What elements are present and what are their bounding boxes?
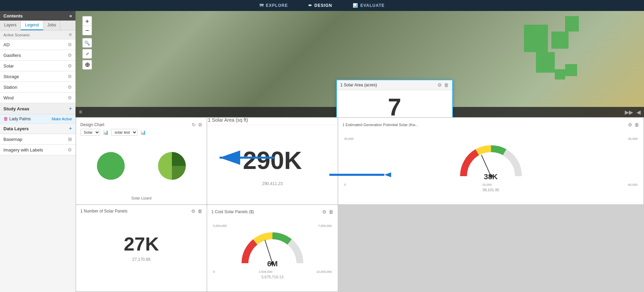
zoom-out-button[interactable]: −	[82, 26, 92, 35]
nav-explore[interactable]: 🗺 EXPLORE	[259, 3, 288, 8]
sidebar-item-wind[interactable]: Wind ⚙	[0, 93, 75, 103]
tab-jobs[interactable]: Jobs	[43, 21, 60, 30]
sidebar-tabs: Layers Legend Jobs	[0, 21, 75, 31]
map-menu-icon[interactable]: ≡	[79, 109, 82, 115]
wind-gear-icon[interactable]: ⚙	[68, 95, 72, 100]
cost-solar-panels-chart: 1 Cost Solar Panels ($) ⚙ 🗑 5,000,000 7,…	[207, 205, 338, 291]
cost-panels-gear[interactable]: ⚙	[322, 209, 327, 215]
ad-gear-icon[interactable]: ⚙	[68, 42, 72, 47]
bar-icon-2[interactable]: 📊	[140, 130, 146, 135]
study-areas-add-icon[interactable]: +	[69, 106, 72, 112]
popup-acres-gear[interactable]: ⚙	[437, 82, 442, 88]
sidebar-item-ad[interactable]: AD ⚙	[0, 39, 75, 50]
active-scenario-section: Active Scenario ⚙	[0, 31, 75, 39]
solar-area-3	[565, 16, 579, 32]
solar-sqft-chart: 1 Solar Area (sq ft) 1 Solar Area (sq ft…	[207, 118, 338, 204]
charts-area: Design Chart ↻ ⚙ Solar 📊 solar test 📊	[75, 117, 644, 292]
map-search-button[interactable]: 🔍	[82, 38, 92, 48]
bar-icon-1[interactable]: 📊	[103, 130, 108, 135]
map-right-icon-2[interactable]: ◀	[636, 109, 641, 115]
map-zoom-controls: + − 🔍 ⤢ ⊕	[82, 16, 92, 70]
collapse-icon[interactable]: «	[69, 13, 72, 19]
est-gen-trash[interactable]: 🗑	[634, 122, 639, 127]
est-gen-gear[interactable]: ⚙	[628, 122, 632, 127]
nav-evaluate[interactable]: 📊 EVALUATE	[353, 3, 385, 8]
design-chart-refresh[interactable]: ↻	[192, 122, 196, 127]
design-chart-card: Design Chart ↻ ⚙ Solar 📊 solar test 📊	[76, 118, 207, 204]
evaluate-icon: 📊	[353, 3, 358, 8]
data-layers-add-icon[interactable]: +	[69, 125, 72, 132]
est-gen-chart: 1 Estimated Generation Potential Solar (…	[338, 118, 643, 204]
sidebar-item-solar[interactable]: Solar ⚙	[0, 61, 75, 71]
popup-sqft-overlay: 1 Solar Area (sq ft) 290K 290,411.23	[207, 118, 338, 204]
solar-select[interactable]: Solar	[80, 129, 100, 136]
basemap-grid-icon[interactable]: ⊞	[68, 136, 72, 142]
solar-area-1	[524, 25, 548, 52]
sidebar-header: Contents «	[0, 11, 75, 21]
solar-area-2	[551, 32, 569, 49]
map-right-icon-1[interactable]: ▶▶	[625, 109, 633, 115]
storage-gear-icon[interactable]: ⚙	[68, 74, 72, 79]
solar-area-5	[565, 64, 577, 76]
popup-acres-trash[interactable]: 🗑	[444, 82, 449, 88]
solar-area-4	[536, 52, 555, 73]
tab-layers[interactable]: Layers	[0, 21, 21, 30]
main-area: Contents « Layers Legend Jobs Active Sce…	[0, 11, 644, 292]
solar-test-select[interactable]: solar test	[111, 129, 138, 136]
num-panels-gear[interactable]: ⚙	[191, 208, 196, 214]
active-scenario-row: 🗑 Lady Palms Make Active	[0, 114, 75, 123]
sidebar-item-storage[interactable]: Storage ⚙	[0, 71, 75, 82]
solar-area-6	[555, 69, 565, 80]
popup-acres-body: 7 6.67	[337, 90, 452, 117]
station-gear-icon[interactable]: ⚙	[68, 84, 72, 90]
study-areas-header: Study Areas +	[0, 103, 75, 114]
imagery-gear-icon[interactable]: ⚙	[68, 147, 72, 153]
design-chart-gear[interactable]: ⚙	[198, 122, 202, 127]
gasifiers-gear-icon[interactable]: ⚙	[68, 52, 72, 58]
svg-point-0	[97, 152, 125, 180]
active-scenario-gear[interactable]: ⚙	[69, 33, 72, 37]
pencil-icon: ✏	[308, 3, 312, 8]
num-panels-trash[interactable]: 🗑	[198, 208, 202, 214]
sidebar-item-gasifiers[interactable]: Gasifiers ⚙	[0, 50, 75, 61]
tab-legend[interactable]: Legend	[21, 21, 43, 30]
sidebar-item-station[interactable]: Station ⚙	[0, 82, 75, 93]
solar-gear-icon[interactable]: ⚙	[68, 63, 72, 69]
cost-panels-trash[interactable]: 🗑	[329, 209, 333, 215]
make-active-button[interactable]: Make Active	[52, 117, 72, 121]
popup-solar-area-acres: 1 Solar Area (acres) ⚙ 🗑 7 6.67	[336, 80, 453, 117]
map-icon: 🗺	[259, 3, 264, 8]
solar-sqft-card-container: 1 Solar Area (sq ft) 1 Solar Area (sq ft…	[207, 118, 338, 204]
sidebar-item-imagery[interactable]: Imagery with Labels ⚙	[0, 145, 75, 155]
top-nav: 🗺 EXPLORE ✏ DESIGN 📊 EVALUATE	[0, 0, 644, 11]
map-expand-button[interactable]: ⤢	[82, 49, 92, 59]
data-layers-header: Data Layers +	[0, 123, 75, 134]
pie-chart-1	[95, 150, 126, 183]
num-solar-panels-chart: 1 Number of Solar Panels ⚙ 🗑 27K 27,170.…	[76, 205, 207, 291]
zoom-in-button[interactable]: +	[82, 16, 92, 26]
map-container[interactable]: + − 🔍 ⤢ ⊕ ≡ ▶▶ ◀ 1 Solar Area (acres) ⚙	[75, 11, 644, 117]
sidebar: Contents « Layers Legend Jobs Active Sce…	[0, 11, 75, 292]
basemap-row: Basemap ⊞	[0, 134, 75, 145]
map-rotate-button[interactable]: ⊕	[82, 60, 92, 70]
popup-acres-header: 1 Solar Area (acres) ⚙ 🗑	[337, 80, 452, 90]
map-and-charts: + − 🔍 ⤢ ⊕ ≡ ▶▶ ◀ 1 Solar Area (acres) ⚙	[75, 11, 644, 292]
lady-palms-trash-icon[interactable]: 🗑	[3, 116, 8, 121]
pie-chart-2	[156, 150, 187, 183]
nav-design[interactable]: ✏ DESIGN	[308, 3, 332, 8]
